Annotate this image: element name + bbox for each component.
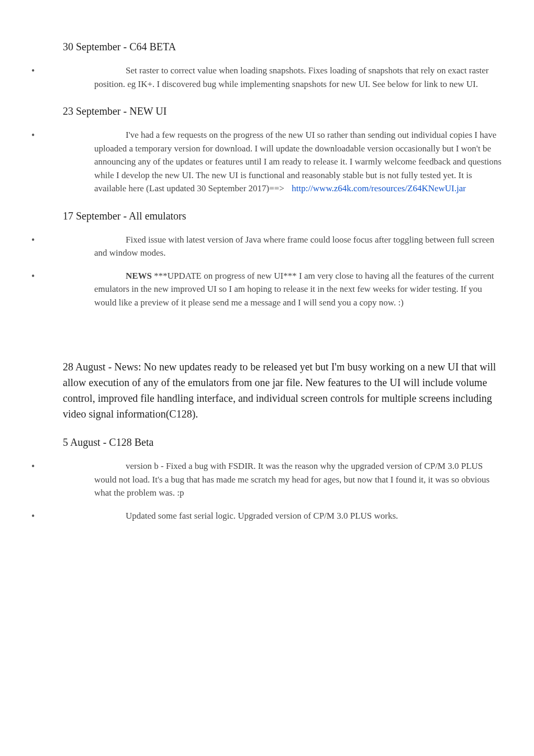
section-list: version b - Fixed a bug with FSDIR. It w… (31, 459, 503, 522)
list-item: I've had a few requests on the progress … (31, 128, 503, 195)
new-ui-link[interactable]: http://www.z64k.com/resources/Z64KNewUI.… (292, 183, 466, 193)
list-item: version b - Fixed a bug with FSDIR. It w… (31, 459, 503, 500)
section-heading: 28 August - News: No new updates ready t… (63, 359, 503, 422)
news-prefix: NEWS (126, 271, 152, 281)
item-text: Updated some fast serial logic. Upgraded… (126, 511, 398, 521)
list-item: NEWS ***UPDATE on progress of new UI*** … (31, 269, 503, 310)
list-item: Updated some fast serial logic. Upgraded… (31, 509, 503, 523)
item-text: version b - Fixed a bug with FSDIR. It w… (94, 461, 490, 498)
list-item: Fixed issue with latest version of Java … (31, 233, 503, 260)
section-heading: 23 September - NEW UI (63, 103, 503, 119)
section-heading: 17 September - All emulators (63, 208, 503, 224)
item-text: Fixed issue with latest version of Java … (94, 235, 494, 258)
section-list: Set raster to correct value when loading… (31, 64, 503, 91)
list-item: Set raster to correct value when loading… (31, 64, 503, 91)
section-heading: 5 August - C128 Beta (63, 434, 503, 450)
item-text: Set raster to correct value when loading… (94, 65, 489, 89)
section-heading: 30 September - C64 BETA (63, 39, 503, 54)
section-list: Fixed issue with latest version of Java … (31, 233, 503, 310)
section-list: I've had a few requests on the progress … (31, 128, 503, 195)
item-text: ***UPDATE on progress of new UI*** I am … (94, 271, 494, 308)
item-text-wrap: NEWS ***UPDATE on progress of new UI*** … (94, 271, 494, 308)
